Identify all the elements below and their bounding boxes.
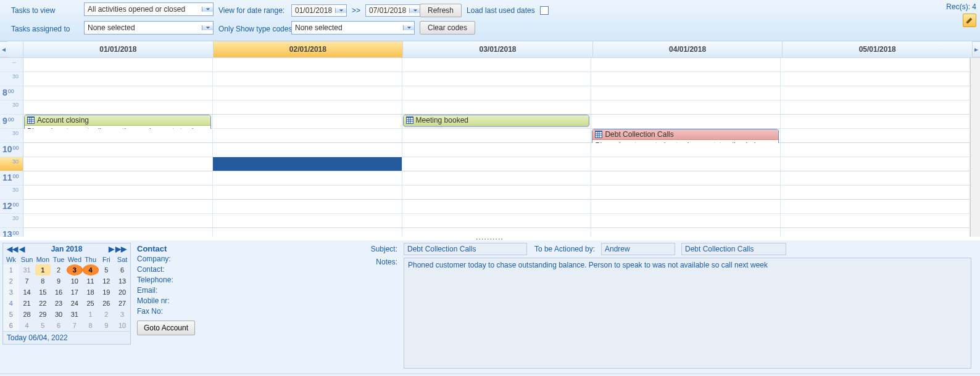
time-slot[interactable] [591,186,781,200]
mini-cal-day[interactable]: 2 [99,309,115,320]
time-slot[interactable] [591,228,781,237]
time-slot[interactable] [402,200,592,214]
time-slot[interactable] [213,115,402,129]
mini-cal-day[interactable]: 9 [99,320,115,331]
time-slot[interactable] [781,171,970,186]
notes-textarea[interactable]: Phoned customer today to chase outstandi… [404,258,971,369]
vertical-scrollbar[interactable] [970,58,980,237]
mini-cal-day[interactable]: 16 [51,287,67,298]
goto-account-button[interactable]: Goto Account [137,321,195,335]
day-header[interactable]: 04/01/2018 [593,41,783,57]
time-slot[interactable] [213,214,402,228]
refresh-button[interactable]: Refresh [420,4,462,17]
prev-day-button[interactable]: ◂ [0,41,7,57]
time-slot[interactable] [781,86,970,100]
time-slot[interactable] [213,100,402,115]
time-slot[interactable] [23,228,213,237]
type-codes-dropdown[interactable]: None selected [291,21,415,35]
time-slot[interactable] [781,228,970,237]
time-slot[interactable] [23,200,213,214]
time-slot[interactable] [213,143,402,157]
time-slot[interactable] [23,157,213,171]
mini-cal-next-month[interactable]: ▶ [109,245,114,253]
time-slot[interactable] [402,72,592,86]
tasks-assigned-to-dropdown[interactable]: None selected [84,21,214,35]
time-slot[interactable] [781,186,970,200]
mini-cal-prev-month[interactable]: ◀ [19,245,25,253]
time-slot[interactable] [23,143,213,157]
time-slot[interactable] [591,200,781,214]
time-slot[interactable] [402,86,592,100]
next-day-button[interactable]: ▸ [973,41,980,57]
mini-cal-day[interactable]: 23 [51,298,67,309]
mini-cal-day[interactable]: 18 [83,287,99,298]
mini-cal-day[interactable]: 27 [114,298,130,309]
mini-cal-day[interactable]: 31 [67,309,83,320]
mini-cal-day[interactable]: 1 [35,264,51,276]
time-slot[interactable] [781,115,970,129]
time-slot[interactable] [213,157,402,171]
mini-cal-day[interactable]: 5 [99,264,115,276]
time-slot[interactable] [781,100,970,115]
time-slot[interactable] [23,214,213,228]
time-slot[interactable] [781,214,970,228]
time-slot[interactable] [402,214,592,228]
mini-cal-day[interactable]: 31 [19,264,35,276]
time-slot[interactable] [781,129,970,143]
mini-cal-day[interactable]: 8 [35,276,51,287]
mini-cal-day[interactable]: 13 [114,276,130,287]
time-slot[interactable] [23,86,213,100]
mini-cal-day[interactable]: 4 [19,320,35,331]
time-slot[interactable] [213,72,402,86]
time-slot[interactable] [402,100,592,115]
time-slot[interactable] [781,200,970,214]
time-slot[interactable]: Meeting booked [402,115,592,129]
mini-cal-day[interactable]: 9 [51,276,67,287]
mini-cal-day[interactable]: 11 [83,276,99,287]
mini-cal-day[interactable]: 20 [114,287,130,298]
day-header[interactable]: 03/01/2018 [403,41,593,57]
mini-cal-day[interactable]: 6 [51,320,67,331]
time-slot[interactable] [402,129,592,143]
time-slot[interactable] [213,228,402,237]
time-slot[interactable] [213,58,402,72]
mini-cal-day[interactable]: 24 [67,298,83,309]
mini-cal-day[interactable]: 22 [35,298,51,309]
time-slot[interactable] [23,72,213,86]
time-slot[interactable] [591,157,781,171]
mini-cal-day[interactable]: 30 [51,309,67,320]
mini-cal-day[interactable]: 25 [83,298,99,309]
mini-cal-day[interactable]: 14 [19,287,35,298]
time-slot[interactable] [591,143,781,157]
time-slot[interactable] [23,58,213,72]
mini-cal-day[interactable]: 10 [114,320,130,331]
appointment[interactable]: Meeting booked [403,115,590,127]
time-slot[interactable] [591,100,781,115]
tasks-to-view-dropdown[interactable]: All activities opened or closed [84,2,214,16]
mini-cal-prev-year[interactable]: ◀◀ [7,245,18,253]
mini-cal-day[interactable]: 3 [67,264,83,276]
time-slot[interactable] [213,171,402,186]
date-from-field[interactable]: 01/01/2018 [291,4,347,17]
time-slot[interactable] [402,186,592,200]
day-header[interactable]: 01/01/2018 [23,41,214,57]
load-last-used-checkbox[interactable] [540,6,549,15]
mini-cal-day[interactable]: 21 [19,298,35,309]
time-slot[interactable] [781,143,970,157]
mini-cal-day[interactable]: 10 [67,276,83,287]
mini-cal-day[interactable]: 3 [114,309,130,320]
mini-cal-day[interactable]: 6 [114,264,130,276]
time-slot[interactable] [591,86,781,100]
mini-cal-day[interactable]: 15 [35,287,51,298]
mini-cal-day[interactable]: 8 [83,320,99,331]
mini-cal-day[interactable]: 29 [35,309,51,320]
time-slot[interactable] [402,143,592,157]
time-slot[interactable] [23,129,213,143]
mini-cal-next-year[interactable]: ▶▶ [115,245,127,253]
time-slot[interactable] [402,228,592,237]
day-header[interactable]: 05/01/2018 [783,41,973,57]
time-slot[interactable] [213,186,402,200]
time-slot[interactable]: Debt Collection CallsPhoned customer tod… [591,129,781,143]
clear-codes-button[interactable]: Clear codes [420,21,475,35]
mini-cal-day[interactable]: 5 [35,320,51,331]
